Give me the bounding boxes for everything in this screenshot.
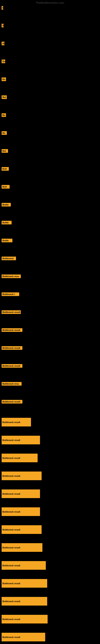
bar-label: Bottleneck result (2, 311, 20, 313)
bar-label: Bottleneck result (2, 510, 20, 513)
bar-label: Bottleneck result (2, 618, 20, 620)
bar-item: Bottleneck result (1, 328, 22, 332)
bar-item: Bo (1, 42, 4, 45)
bar-item: Bot (1, 149, 8, 153)
bar-label: B (2, 7, 3, 9)
bar-item: Bottleneck result (1, 490, 40, 498)
bar-label: Bo (2, 114, 5, 116)
bar-item: Bottleneck result (1, 579, 47, 588)
site-title: TheBottlenecker.com (36, 1, 64, 4)
bar-item: Bottleneck result (1, 346, 22, 350)
bar-item: Bottleneck result (1, 454, 38, 462)
bar-label: Bottleneck result (2, 582, 20, 585)
bar-label: Bottleneck result (2, 636, 20, 638)
bar-label: Bottle (2, 239, 9, 242)
bar-label: Bo (2, 42, 4, 45)
bar-item: Bottleneck r (1, 292, 19, 296)
bar-label: Bottleneck resu (2, 275, 19, 278)
bar-item: Bottleneck resu (1, 274, 21, 278)
bar-item: Bottleneck result (1, 633, 45, 642)
bar-label: Bottle (2, 204, 9, 206)
bar-label: Bottleneck result (2, 528, 20, 531)
bar-item: Bottleneck result (1, 436, 40, 444)
bar-item: Bottleneck result (1, 400, 22, 404)
bar-label: Bot (2, 96, 6, 98)
bar-item: Bott (1, 185, 10, 188)
bar-item: Bottleneck result (1, 418, 31, 426)
bar-label: Bottleneck result (2, 347, 20, 349)
bar-label: Bottleneck result (2, 365, 20, 367)
bar-label: Bottleneck result (2, 400, 20, 403)
bar-item: B (1, 24, 3, 27)
bar-item: Bottleneck result (1, 597, 47, 606)
bar-item: Bottleneck result (1, 507, 40, 516)
bar-item: Bo (1, 113, 6, 117)
bar-label: Bott (2, 186, 7, 188)
bar-item: Bottleneck result (1, 561, 46, 570)
bar-label: Bottleneck (2, 257, 14, 260)
bar-label: Bottleneck resu (2, 382, 19, 385)
bar-item: Bottleneck result (1, 543, 42, 552)
bar-item: B (1, 6, 3, 10)
bar-label: Bo (2, 132, 5, 134)
bar-label: Bo (2, 60, 5, 62)
bar-item: Bo (1, 78, 6, 81)
bar-item: Bo (1, 131, 7, 135)
bar-item: Bottleneck result (1, 472, 42, 480)
bar-label: Bottleneck result (2, 329, 20, 331)
bar-item: Bottleneck result (1, 615, 48, 624)
bar-item: Bottle (1, 221, 12, 224)
bar-item: Bottleneck result (1, 525, 42, 534)
bar-label: Bott (2, 168, 7, 170)
bar-label: Bottleneck result (2, 600, 20, 602)
bar-label: Bottleneck result (2, 493, 20, 495)
bar-label: Bottleneck r (2, 293, 15, 296)
bar-item: Bottle (1, 239, 12, 242)
bar-item: Bottle (1, 203, 11, 206)
bar-item: Bot (1, 96, 7, 99)
bar-item: Bottleneck (1, 256, 16, 260)
bar-label: B (2, 24, 3, 27)
bar-item: Bo (1, 60, 5, 63)
bar-item: Bott (1, 167, 9, 171)
bar-item: Bottleneck result (1, 364, 22, 368)
bar-label: Bottleneck result (2, 421, 20, 424)
bar-label: Bottleneck result (2, 439, 20, 441)
bar-label: Bottle (2, 222, 9, 224)
bar-item: Bottleneck resu (1, 382, 22, 386)
bar-label: Bottleneck result (2, 546, 20, 549)
bar-label: Bottleneck result (2, 564, 20, 567)
bar-item: Bottleneck result (1, 310, 21, 314)
bar-label: Bo (2, 78, 5, 80)
bar-label: Bot (2, 150, 6, 152)
bar-label: Bottleneck result (2, 475, 20, 477)
bar-label: Bottleneck result (2, 457, 20, 459)
